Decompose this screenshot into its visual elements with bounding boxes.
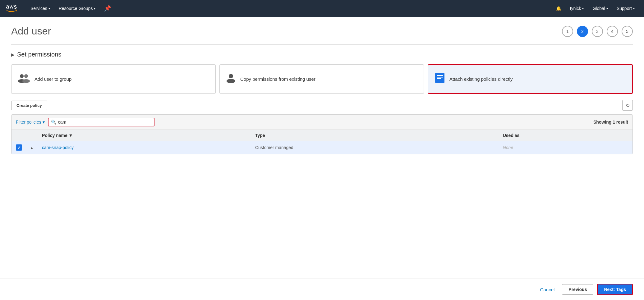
row-expand-cell[interactable]: ▶ — [26, 141, 38, 154]
page-header: Add user 1 2 3 4 5 — [11, 25, 633, 37]
filter-left: Filter policies ▾ 🔍 — [16, 118, 154, 126]
table-header: Policy name ▼ Type Used as — [12, 130, 632, 141]
user-chevron-icon: ▾ — [582, 7, 584, 10]
set-permissions-header: ▶ Set permissions — [11, 51, 633, 58]
filter-policies-button[interactable]: Filter policies ▾ — [16, 120, 45, 125]
svg-point-5 — [227, 79, 235, 83]
card-add-to-group-label: Add user to group — [34, 76, 71, 82]
svg-rect-8 — [437, 77, 443, 78]
used-as-cell: None — [499, 141, 632, 154]
policy-table: Policy name ▼ Type Used as ▶ cam-snap-po… — [12, 130, 632, 154]
policy-table-container: Filter policies ▾ 🔍 Showing 1 result Pol… — [11, 114, 633, 154]
card-add-to-group[interactable]: Add user to group — [11, 64, 216, 94]
svg-rect-7 — [437, 75, 443, 76]
col-policy-name[interactable]: Policy name ▼ — [38, 130, 251, 141]
policy-name-cell[interactable]: cam-snap-policy — [38, 141, 251, 154]
pin-icon: 📌 — [104, 5, 111, 12]
row-checkbox[interactable] — [16, 144, 22, 151]
svg-point-0 — [20, 74, 24, 78]
nav-support[interactable]: Support ▾ — [612, 0, 639, 17]
main-content: Add user 1 2 3 4 5 ▶ Set permissions — [0, 17, 644, 300]
step-4[interactable]: 4 — [607, 26, 618, 37]
col-expand — [26, 130, 38, 141]
topnav-right: 🔔 tynick ▾ Global ▾ Support ▾ — [552, 0, 639, 17]
nav-services[interactable]: Services ▾ — [26, 0, 54, 17]
card-attach-policies[interactable]: Attach existing policies directly — [428, 64, 633, 94]
page-title: Add user — [11, 25, 51, 37]
col-checkbox — [12, 130, 26, 141]
svg-point-4 — [229, 74, 233, 78]
footer-bar: Cancel Previous Next: Tags — [0, 279, 644, 300]
card-copy-permissions-label: Copy permissions from existing user — [240, 76, 315, 82]
bell-icon: 🔔 — [556, 6, 561, 11]
policy-name-link[interactable]: cam-snap-policy — [42, 145, 74, 150]
services-chevron-icon: ▾ — [48, 7, 50, 10]
create-policy-button[interactable]: Create policy — [11, 101, 47, 110]
permission-cards: Add user to group Copy permissions from … — [11, 64, 633, 94]
section-arrow-icon: ▶ — [11, 52, 15, 57]
support-chevron-icon: ▾ — [633, 7, 635, 10]
row-checkbox-cell[interactable] — [12, 141, 26, 154]
step-3[interactable]: 3 — [592, 26, 603, 37]
step-indicator: 1 2 3 4 5 — [562, 26, 633, 37]
nav-pin[interactable]: 📌 — [100, 0, 115, 17]
search-icon: 🔍 — [51, 120, 56, 125]
group-icon — [18, 73, 30, 85]
type-cell: Customer managed — [251, 141, 499, 154]
table-body: ▶ cam-snap-policy Customer managed None — [12, 141, 632, 154]
filter-bar: Filter policies ▾ 🔍 Showing 1 result — [12, 115, 632, 130]
expand-arrow-icon[interactable]: ▶ — [31, 146, 33, 150]
refresh-button[interactable]: ↻ — [622, 100, 633, 111]
showing-result-label: Showing 1 result — [593, 120, 628, 125]
cancel-button[interactable]: Cancel — [536, 284, 559, 295]
svg-point-1 — [24, 74, 28, 78]
previous-button[interactable]: Previous — [562, 284, 593, 295]
table-row: ▶ cam-snap-policy Customer managed None — [12, 141, 632, 154]
toolbar-row: Create policy ↻ — [11, 100, 633, 111]
step-5[interactable]: 5 — [622, 26, 633, 37]
step-1[interactable]: 1 — [562, 26, 573, 37]
section-divider — [11, 44, 633, 45]
svg-rect-6 — [435, 73, 444, 83]
filter-chevron-icon: ▾ — [43, 120, 45, 125]
col-type: Type — [251, 130, 499, 141]
resource-groups-chevron-icon: ▾ — [94, 7, 95, 10]
svg-rect-9 — [437, 78, 441, 79]
card-attach-policies-label: Attach existing policies directly — [449, 76, 513, 82]
card-copy-permissions[interactable]: Copy permissions from existing user — [219, 64, 424, 94]
top-navigation: Services ▾ Resource Groups ▾ 📌 🔔 tynick … — [0, 0, 644, 17]
nav-resource-groups[interactable]: Resource Groups ▾ — [54, 0, 100, 17]
aws-logo — [5, 4, 19, 13]
document-icon — [435, 72, 445, 86]
search-input[interactable] — [58, 120, 151, 125]
col-used-as: Used as — [499, 130, 632, 141]
next-tags-button[interactable]: Next: Tags — [597, 284, 633, 295]
nav-user[interactable]: tynick ▾ — [566, 0, 588, 17]
refresh-icon: ↻ — [626, 102, 630, 108]
region-chevron-icon: ▾ — [606, 7, 608, 10]
step-2[interactable]: 2 — [577, 26, 588, 37]
nav-bell[interactable]: 🔔 — [552, 0, 566, 17]
search-box: 🔍 — [48, 118, 154, 126]
user-icon — [226, 73, 236, 85]
svg-point-3 — [22, 79, 30, 83]
nav-region[interactable]: Global ▾ — [588, 0, 612, 17]
